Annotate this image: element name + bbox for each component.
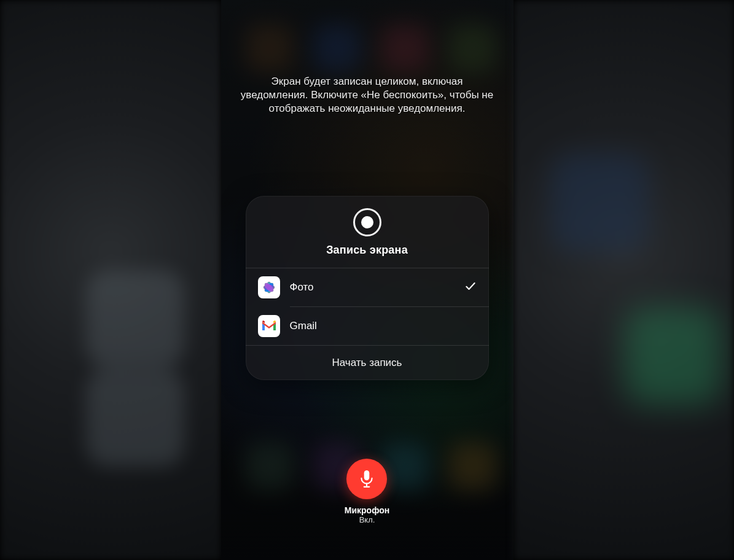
microphone-label: Микрофон [345,505,389,515]
panel-title: Запись экрана [326,244,408,257]
app-row-label: Gmail [290,320,477,332]
start-recording-button[interactable]: Начать запись [246,345,489,380]
info-text: Экран будет записан целиком, включая уве… [238,75,496,115]
phone-frame: Экран будет записан целиком, включая уве… [221,0,513,560]
microphone-status: Вкл. [359,515,375,524]
gmail-icon [258,315,280,337]
svg-rect-8 [364,470,370,480]
screen-recording-panel: Запись экрана [246,196,489,380]
app-row-photos[interactable]: Фото [246,268,489,306]
record-icon [353,208,381,236]
microphone-icon [358,470,375,488]
app-row-gmail[interactable]: Gmail [246,307,489,345]
app-row-label: Фото [290,281,464,294]
photos-icon [258,276,280,298]
microphone-toggle[interactable] [346,459,387,499]
start-recording-label: Начать запись [332,357,402,369]
checkmark-icon [464,280,477,295]
